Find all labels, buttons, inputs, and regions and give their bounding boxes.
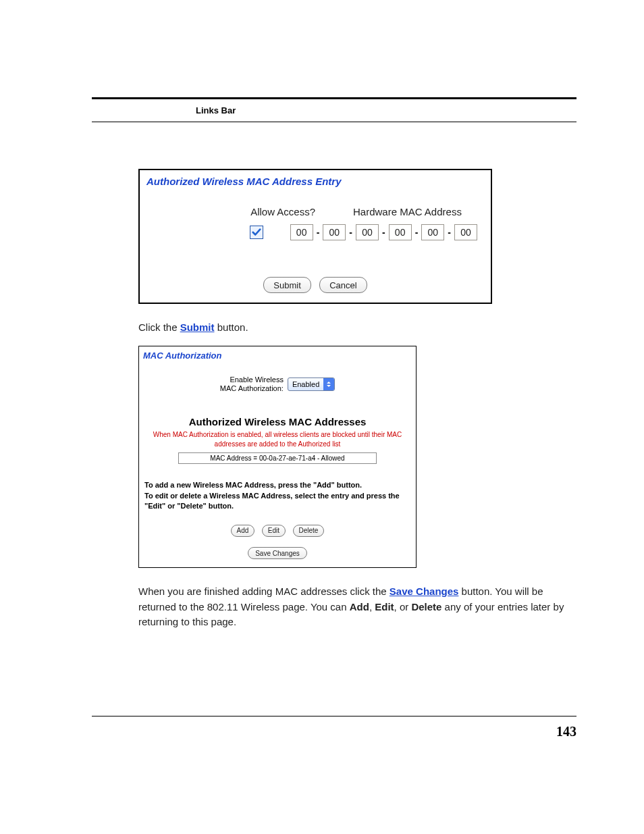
mac-dash: -	[415, 227, 419, 238]
submit-button[interactable]: Submit	[263, 277, 311, 293]
mac-list-buttons: Add Edit Delete	[139, 523, 416, 546]
authorization-warning: When MAC Authorization is enabled, all w…	[139, 430, 416, 452]
mac-octet-2[interactable]: 00	[323, 224, 346, 240]
enable-wireless-label: Enable Wireless MAC Authorization:	[220, 375, 284, 393]
mac-entry-buttons: Submit Cancel	[140, 257, 491, 303]
header-rule-thin	[92, 122, 576, 122]
add-button[interactable]: Add	[231, 525, 255, 537]
enable-wireless-value: Enabled	[288, 380, 323, 388]
authorized-mac-entry: MAC Address = 00-0a-27-ae-71-a4 - Allowe…	[210, 454, 344, 462]
mac-octet-row: 00 - 00 - 00 - 00 - 00 - 00	[290, 224, 477, 240]
enable-wireless-row: Enable Wireless MAC Authorization: Enabl…	[139, 361, 416, 416]
mac-entry-input-row: 00 - 00 - 00 - 00 - 00 - 00	[153, 224, 477, 240]
hardware-mac-header: Hardware MAC Address	[342, 206, 477, 217]
cmd-line-1: To add a new Wireless MAC Address, press…	[144, 481, 362, 489]
allow-access-header: Allow Access?	[153, 206, 342, 217]
mac-authorization-title: MAC Authorization	[139, 346, 416, 361]
enable-wireless-label-l2: MAC Authorization:	[220, 384, 284, 392]
mac-octet-1[interactable]: 00	[290, 224, 313, 240]
instr1-before: Click the	[138, 321, 180, 333]
enable-wireless-label-l1: Enable Wireless	[230, 375, 283, 384]
edit-button[interactable]: Edit	[262, 525, 286, 537]
mac-octet-3[interactable]: 00	[356, 224, 379, 240]
instruction-save: When you are finished adding MAC address…	[138, 584, 570, 630]
enable-wireless-select[interactable]: Enabled	[288, 377, 335, 391]
save-changes-button[interactable]: Save Changes	[248, 547, 307, 559]
authorized-mac-list[interactable]: MAC Address = 00-0a-27-ae-71-a4 - Allowe…	[178, 452, 377, 464]
mac-entry-header-row: Allow Access? Hardware MAC Address	[153, 206, 477, 217]
mac-dash: -	[448, 227, 451, 238]
page-content: Authorized Wireless MAC Address Entry Al…	[138, 169, 576, 630]
instr1-after: button.	[215, 321, 248, 333]
header-rule-thick	[92, 97, 576, 99]
cancel-button[interactable]: Cancel	[319, 277, 367, 293]
delete-bold: Delete	[411, 601, 441, 613]
footer-rule	[92, 716, 576, 716]
mac-octet-6[interactable]: 00	[454, 224, 477, 240]
add-bold: Add	[350, 601, 369, 613]
mac-dash: -	[349, 227, 352, 238]
mac-authorization-panel: MAC Authorization Enable Wireless MAC Au…	[138, 346, 417, 569]
mac-entry-panel: Authorized Wireless MAC Address Entry Al…	[138, 169, 492, 304]
instr2-t4: , or	[394, 601, 412, 613]
allow-access-cell	[153, 226, 290, 240]
mac-dash: -	[317, 227, 320, 238]
select-arrows-icon	[323, 378, 334, 390]
delete-button[interactable]: Delete	[293, 525, 325, 537]
cmd-line-2: To edit or delete a Wireless MAC Address…	[144, 492, 400, 510]
edit-bold: Edit	[375, 601, 394, 613]
document-page: Links Bar Authorized Wireless MAC Addres…	[0, 0, 644, 834]
instr2-t1: When you are finished adding MAC address…	[138, 585, 390, 597]
mac-entry-title: Authorized Wireless MAC Address Entry	[140, 170, 491, 187]
mac-dash: -	[382, 227, 385, 238]
links-bar-label: Links Bar	[196, 105, 236, 115]
instruction-submit: Click the Submit button.	[138, 320, 576, 335]
save-changes-link[interactable]: Save Changes	[390, 585, 459, 597]
save-row: Save Changes	[139, 546, 416, 568]
submit-link[interactable]: Submit	[180, 321, 215, 333]
checkmark-icon	[252, 228, 261, 237]
authorized-addresses-heading: Authorized Wireless MAC Addresses	[139, 416, 416, 430]
mac-entry-body: Allow Access? Hardware MAC Address 00 - …	[140, 187, 491, 257]
page-number: 143	[556, 724, 576, 739]
instr2-t3: ,	[369, 601, 375, 613]
mac-octet-5[interactable]: 00	[421, 224, 444, 240]
mac-octet-4[interactable]: 00	[389, 224, 412, 240]
command-instructions: To add a new Wireless MAC Address, press…	[139, 480, 416, 523]
allow-access-checkbox[interactable]	[250, 226, 263, 239]
